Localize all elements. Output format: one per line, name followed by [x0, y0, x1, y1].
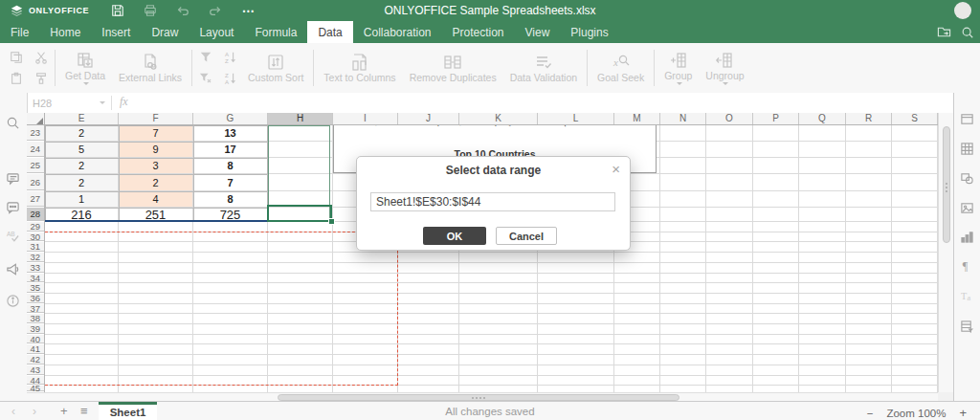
filter-icon[interactable]: [199, 51, 212, 64]
column-header-s[interactable]: S: [892, 113, 938, 124]
row-header-40[interactable]: 40: [27, 335, 44, 343]
row-header-45[interactable]: 45: [27, 386, 44, 391]
row-header-30[interactable]: 30: [27, 232, 44, 241]
external-links-button[interactable]: External Links: [116, 51, 185, 85]
column-header-g[interactable]: G: [193, 113, 268, 124]
data-validation-button[interactable]: Data Validation: [507, 51, 580, 85]
data-range-input[interactable]: Sheet1!$E$30:$I$44: [370, 192, 615, 211]
search-icon[interactable]: [961, 26, 974, 39]
horizontal-scrollbar-thumb[interactable]: [278, 394, 679, 401]
more-actions-button[interactable]: ⋯: [240, 3, 256, 18]
row-header-42[interactable]: 42: [27, 355, 44, 365]
text-art-settings-icon[interactable]: Ta: [960, 289, 975, 304]
insert-function-icon[interactable]: fx: [112, 93, 136, 113]
about-icon[interactable]: [6, 294, 21, 309]
cancel-button[interactable]: Cancel: [496, 227, 557, 245]
row-header-24[interactable]: 24: [27, 142, 44, 157]
row-header-38[interactable]: 38: [27, 314, 44, 323]
column-header-k[interactable]: K: [459, 113, 538, 124]
fill-handle[interactable]: [328, 218, 335, 225]
clear-filter-icon[interactable]: [199, 72, 212, 85]
menu-tab-layout[interactable]: Layout: [189, 21, 244, 43]
copy-icon[interactable]: [10, 51, 23, 64]
row-header-35[interactable]: 35: [27, 283, 44, 293]
shape-settings-icon[interactable]: [960, 171, 975, 187]
menu-tab-view[interactable]: View: [515, 21, 561, 43]
group-button[interactable]: Group: [661, 49, 695, 87]
ungroup-button[interactable]: Ungroup: [702, 49, 746, 87]
active-cell-h28[interactable]: [267, 205, 332, 222]
cut-icon[interactable]: [34, 51, 48, 64]
row-header-27[interactable]: 27: [27, 191, 44, 207]
search-icon[interactable]: [6, 116, 21, 131]
row-header-28[interactable]: 28: [27, 208, 44, 221]
ok-button[interactable]: OK: [423, 227, 486, 245]
paste-icon[interactable]: [10, 72, 23, 85]
zoom-in-button[interactable]: +: [959, 406, 967, 420]
vertical-scrollbar[interactable]: [938, 113, 954, 392]
menu-tab-formula[interactable]: Formula: [244, 21, 307, 43]
menu-tab-draw[interactable]: Draw: [141, 21, 189, 43]
redo-button[interactable]: [208, 3, 223, 18]
formula-input[interactable]: [136, 93, 980, 113]
chat-icon[interactable]: [6, 200, 21, 215]
custom-sort-button[interactable]: Custom Sort: [245, 51, 306, 85]
get-data-button[interactable]: Get Data: [62, 49, 108, 87]
vertical-scrollbar-thumb[interactable]: [943, 126, 950, 243]
menu-tab-collaboration[interactable]: Collaboration: [353, 21, 442, 43]
row-header-41[interactable]: 41: [27, 344, 44, 354]
row-header-32[interactable]: 32: [27, 253, 44, 262]
menu-tab-protection[interactable]: Protection: [442, 21, 515, 43]
sort-descending-icon[interactable]: ZA: [224, 72, 237, 85]
close-icon[interactable]: ×: [612, 161, 620, 177]
chart-settings-icon[interactable]: [960, 230, 975, 245]
row-header-37[interactable]: 37: [27, 304, 44, 313]
format-painter-icon[interactable]: [34, 72, 48, 85]
column-header-h[interactable]: H: [268, 113, 333, 124]
row-header-34[interactable]: 34: [27, 274, 44, 282]
column-header-o[interactable]: O: [706, 113, 753, 124]
image-settings-icon[interactable]: [960, 201, 975, 216]
row-header-23[interactable]: 23: [27, 125, 44, 141]
menu-tab-plugins[interactable]: Plugins: [560, 21, 618, 43]
column-header-f[interactable]: F: [119, 113, 193, 124]
remove-duplicates-button[interactable]: Remove Duplicates: [407, 51, 500, 85]
save-button[interactable]: [110, 3, 125, 18]
slicer-settings-icon[interactable]: [960, 320, 975, 335]
column-header-q[interactable]: Q: [799, 113, 846, 124]
column-header-m[interactable]: M: [614, 113, 660, 124]
table-settings-icon[interactable]: [960, 142, 975, 157]
row-header-33[interactable]: 33: [27, 263, 44, 273]
row-header-36[interactable]: 36: [27, 294, 44, 303]
user-avatar[interactable]: [954, 2, 971, 19]
feedback-icon[interactable]: [6, 262, 21, 277]
text-to-columns-button[interactable]: Text to Columns: [321, 51, 398, 85]
column-header-j[interactable]: J: [398, 113, 459, 124]
row-header-31[interactable]: 31: [27, 242, 44, 252]
paragraph-settings-icon[interactable]: ¶: [960, 258, 975, 274]
column-header-e[interactable]: E: [45, 113, 119, 124]
row-header-29[interactable]: 29: [27, 222, 44, 232]
sort-ascending-icon[interactable]: AZ: [224, 51, 237, 64]
column-header-r[interactable]: R: [846, 113, 892, 124]
name-box[interactable]: H28: [27, 93, 111, 113]
menu-tab-insert[interactable]: Insert: [91, 21, 141, 43]
menu-tab-home[interactable]: Home: [39, 21, 91, 43]
row-header-39[interactable]: 39: [27, 324, 44, 334]
row-header-26[interactable]: 26: [27, 174, 44, 190]
cell-settings-icon[interactable]: [960, 112, 975, 127]
row-header-25[interactable]: 25: [27, 158, 44, 173]
goal-seek-button[interactable]: x Goal Seek: [594, 51, 647, 85]
comments-icon[interactable]: [6, 171, 21, 187]
menu-tab-data[interactable]: Data: [307, 21, 352, 43]
row-header-43[interactable]: 43: [27, 365, 44, 375]
zoom-out-button[interactable]: −: [867, 408, 874, 419]
spellcheck-icon[interactable]: AB: [6, 229, 21, 244]
column-header-l[interactable]: L: [538, 113, 614, 124]
column-header-i[interactable]: I: [333, 113, 398, 124]
column-header-n[interactable]: N: [660, 113, 706, 124]
menu-tab-file[interactable]: File: [0, 21, 39, 43]
column-header-p[interactable]: P: [753, 113, 799, 124]
undo-button[interactable]: [175, 3, 190, 18]
open-file-location-icon[interactable]: [937, 25, 951, 39]
